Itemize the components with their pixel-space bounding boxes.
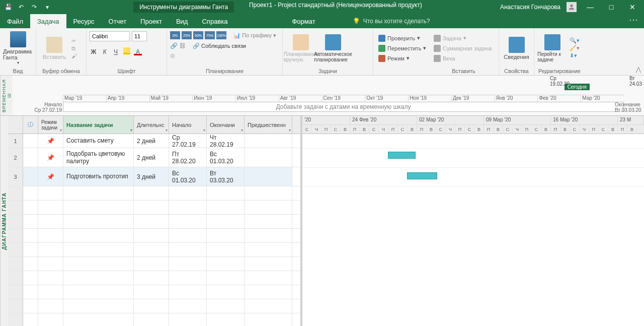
tab-report[interactable]: Отчет (102, 14, 134, 28)
task-insert-button[interactable]: Задача ▾ (432, 34, 494, 42)
tab-view[interactable]: Вид (169, 14, 195, 28)
move-button[interactable]: Переместить ▾ (376, 44, 428, 52)
table-row-empty[interactable]: . (8, 271, 300, 285)
qat-dropdown-icon[interactable]: ▾ (43, 3, 51, 11)
link-tasks-icon[interactable]: 🔗 (170, 42, 178, 49)
font-name-select[interactable] (90, 31, 130, 41)
username[interactable]: Анастасия Гончарова (500, 4, 560, 11)
gantt-day-header: С (398, 125, 408, 134)
gantt-day-header: П (350, 125, 360, 134)
gantt-day-header: С (570, 125, 580, 134)
group-label-edit: Редактирование (537, 67, 582, 75)
pin-icon: 📌 (47, 138, 54, 145)
fill-icon[interactable]: ⬇▾ (570, 52, 580, 59)
font-color-button[interactable]: A (134, 48, 142, 55)
info-icon: ⓘ (28, 121, 33, 128)
gantt-day-header: П (522, 125, 532, 134)
italic-button[interactable]: К (101, 48, 109, 55)
col-start[interactable]: Начало▾ (169, 116, 207, 134)
gantt-bar[interactable] (407, 172, 437, 179)
lightbulb-icon: 💡 (353, 18, 360, 25)
table-row-empty[interactable]: . (8, 285, 300, 299)
close-button[interactable]: ✕ (625, 3, 640, 11)
gantt-day-header: В (474, 125, 484, 134)
table-row[interactable]: 2 📌 Подобрать цветовую палитру 2 дней Пт… (8, 148, 300, 167)
underline-button[interactable]: Ч (112, 48, 120, 55)
tab-format[interactable]: Формат (285, 14, 322, 28)
avatar-icon[interactable] (567, 2, 577, 12)
gantt-day-header: С (369, 125, 379, 134)
redo-icon[interactable]: ↷ (30, 3, 38, 11)
gantt-day-header: П (484, 125, 494, 134)
percent-complete-buttons[interactable]: 0% 25% 50% 75% 100% (170, 31, 226, 39)
manual-schedule-button[interactable]: Планирование вручную (286, 31, 316, 66)
information-button[interactable]: Сведения (502, 31, 531, 66)
search-placeholder: Что вы хотите сделать? (363, 18, 430, 25)
gantt-day-header: П (618, 125, 627, 134)
svg-point-0 (570, 5, 573, 7)
table-row-empty[interactable]: . (8, 215, 300, 229)
save-icon[interactable]: 💾 (4, 3, 12, 11)
tab-task[interactable]: Задача (30, 14, 66, 28)
schedule-icon: 📊 (233, 32, 240, 38)
summary-task-button[interactable]: Суммарная задача (432, 44, 494, 52)
col-duration[interactable]: Длительнс▾ (134, 116, 169, 134)
minimize-button[interactable]: — (583, 3, 598, 11)
auto-schedule-button[interactable]: Автоматическое планирование (318, 31, 348, 66)
gantt-day-header: Ч (513, 125, 522, 134)
table-row-empty[interactable]: . (8, 229, 300, 243)
table-row-empty[interactable]: . (8, 257, 300, 271)
unlink-tasks-icon[interactable]: ⛓ (180, 42, 186, 49)
ribbon-share-icon[interactable]: ⋯ (623, 14, 644, 28)
mode-button[interactable]: Режим ▾ (376, 54, 428, 62)
tab-file[interactable]: Файл (0, 14, 30, 28)
chevron-down-icon: ▾ (17, 60, 19, 65)
col-end[interactable]: Окончани▾ (207, 116, 245, 134)
undo-icon[interactable]: ↶ (17, 3, 25, 11)
format-painter-icon[interactable]: 🖌 (71, 53, 77, 59)
find-icon[interactable]: 🔍▾ (570, 37, 580, 44)
gantt-chart[interactable]: '20 24 Фев '20 02 Мар '20 09 Мар '20 16 … (302, 116, 644, 326)
document-title: Проект1 - Project стандартный (Нелицензи… (249, 2, 422, 13)
col-pred[interactable]: Предшественн▾ (245, 116, 292, 134)
font-size-select[interactable] (132, 31, 147, 41)
fill-color-button[interactable] (123, 47, 131, 56)
col-name[interactable]: Название задачи▾ (63, 116, 134, 134)
timeline-start: Начало Ср 27.02.19 (33, 102, 62, 113)
col-info[interactable]: ⓘ (23, 116, 38, 134)
goto-task-button[interactable]: Перейти к задаче (537, 31, 568, 66)
gantt-day-header: С (532, 125, 541, 134)
clear-icon[interactable]: 🧹▾ (570, 45, 580, 51)
gantt-day-header: С (436, 125, 446, 134)
timeline-bar[interactable]: Добавьте задачи с датами на временную шк… (63, 102, 624, 112)
gantt-bar[interactable] (388, 152, 416, 159)
col-mode[interactable]: Режим задачи▾ (38, 116, 63, 134)
cut-icon[interactable]: ✂ (71, 38, 77, 44)
table-row[interactable]: 3 📌 Подготовить прототип 3 дней Вс 01.03… (8, 167, 300, 186)
by-schedule-button[interactable]: 📊 По графику ▾ (233, 32, 276, 39)
table-row[interactable]: 1 📌 Составить смету 2 дней Ср 27.02.19 Ч… (8, 134, 300, 148)
milestone-button[interactable]: Веха (432, 54, 494, 62)
gantt-day-header: П (417, 125, 427, 134)
maximize-button[interactable]: □ (604, 3, 619, 11)
tab-help[interactable]: Справка (195, 14, 234, 28)
tab-resource[interactable]: Ресурс (66, 14, 102, 28)
table-row-empty[interactable]: . (8, 313, 300, 326)
tell-me-search[interactable]: 💡 Что вы хотите сделать? (353, 14, 430, 28)
respect-links-button[interactable]: 🔗 Соблюдать связи (193, 43, 246, 49)
gantt-header: '20 24 Фев '20 02 Мар '20 09 Мар '20 16 … (302, 116, 644, 134)
table-row-empty[interactable]: . (8, 201, 300, 215)
gantt-view-button[interactable]: Диаграмма Ганта ▾ (3, 31, 33, 66)
inspect-button[interactable]: Проверить ▾ (376, 34, 428, 42)
pin-icon: 📌 (47, 173, 54, 180)
table-row-empty[interactable]: . (8, 186, 300, 201)
inactivate-icon[interactable]: ⊖ (170, 52, 175, 59)
tab-project[interactable]: Проект (133, 14, 169, 28)
col-rownum[interactable] (8, 116, 23, 134)
bold-button[interactable]: Ж (90, 48, 98, 55)
table-row-empty[interactable]: . (8, 243, 300, 257)
copy-icon[interactable]: ⧉ (71, 45, 77, 52)
timeline-today-marker: Сегодня (565, 84, 590, 90)
collapse-ribbon-icon[interactable]: ⋀ (636, 66, 641, 73)
table-row-empty[interactable]: . (8, 299, 300, 313)
